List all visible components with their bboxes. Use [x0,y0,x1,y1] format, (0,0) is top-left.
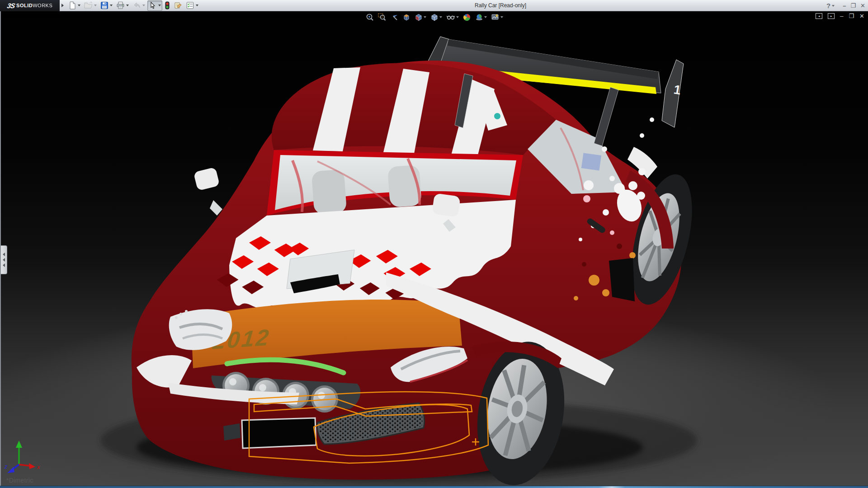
display-style-caret[interactable] [439,16,442,18]
select-button[interactable] [147,0,162,11]
view-orientation-caret[interactable] [424,16,426,18]
zoom-to-fit-icon [366,13,374,21]
file-properties-icon [174,1,182,9]
license-plate [242,418,316,448]
help-icon: ? [826,0,830,11]
previous-view-button[interactable] [390,13,399,22]
help-button[interactable]: ? [826,0,835,11]
view-settings-button[interactable] [491,13,504,22]
main-toolbar [66,0,200,11]
zoom-to-fit-button[interactable] [365,13,374,22]
collapse-right-pane-button[interactable]: ▸ [828,13,835,19]
undo-dropdown-caret[interactable] [142,5,145,6]
doc-minimize-button[interactable]: – [840,13,843,19]
display-style-button[interactable] [430,13,443,22]
zoom-to-area-button[interactable] [377,13,387,22]
view-orientation-button[interactable] [414,13,427,22]
select-cursor-icon [149,1,157,9]
save-dropdown-caret[interactable] [110,5,113,6]
view-orientation-icon [415,13,423,21]
view-settings-icon [491,13,500,21]
edit-appearance-icon [463,13,471,21]
bumper-left-slot [223,423,241,441]
logo-text-works: WORKS [33,3,52,8]
heads-up-view-toolbar [365,13,504,22]
zoom-to-area-icon [378,13,386,21]
triad-z-label: z [4,463,8,470]
solidworks-logo-mark: 3S [6,2,15,9]
feature-pane-collapse-tab[interactable] [1,245,7,274]
rear-deck-dot [494,113,500,119]
graphics-viewport[interactable]: 1 [0,11,868,486]
save-button[interactable] [99,0,114,11]
hide-show-items-button[interactable] [446,13,459,22]
new-document-button[interactable] [67,0,82,11]
menu-flyout-arrow-icon[interactable] [61,4,64,7]
rebuild-traffic-light-icon [165,1,170,9]
new-document-icon [68,1,76,9]
rebuild-button[interactable] [163,0,171,11]
open-button[interactable] [83,0,98,11]
apply-scene-button[interactable] [475,13,487,22]
edit-appearance-button[interactable] [462,13,472,22]
apply-scene-caret[interactable] [484,16,487,18]
pane-arrow-icon [3,263,5,267]
select-dropdown-caret[interactable] [158,5,161,6]
section-view-button[interactable] [402,13,411,22]
doc-restore-button[interactable]: ❐ [849,13,854,19]
triad-x-label: x [37,464,40,470]
minimize-button[interactable]: – [843,0,846,11]
undo-arrow-icon [132,1,141,9]
title-bar: 3S SOLIDWORKS [0,0,868,11]
new-dropdown-caret[interactable] [78,5,80,6]
side-vent [609,258,635,301]
undo-button[interactable] [131,0,146,11]
left-mirror [193,167,222,216]
file-properties-button[interactable] [172,0,184,11]
view-orientation-label: *Dimetric [6,477,33,484]
open-dropdown-caret[interactable] [94,5,97,6]
section-view-icon [402,13,410,21]
apply-scene-icon [475,13,483,21]
hide-show-items-icon [446,13,455,21]
print-dropdown-caret[interactable] [126,5,129,6]
previous-view-icon [390,13,398,21]
window-controls: ? – ❐ ✕ [826,0,865,11]
options-dropdown-caret[interactable] [196,5,198,6]
view-settings-caret[interactable] [500,16,503,18]
doc-close-button[interactable]: ✕ [859,13,864,19]
restore-button[interactable]: ❐ [850,0,856,11]
options-checklist-icon [186,1,194,9]
rally-car-model[interactable]: 1 [1,11,868,486]
solidworks-logo: 3S SOLIDWORKS [0,0,60,11]
solidworks-window: 3S SOLIDWORKS [0,0,868,488]
pane-arrow-icon [3,253,5,256]
logo-text-solid: SOLID [16,3,33,8]
help-dropdown-caret[interactable] [832,5,835,7]
document-window-controls: ◂ ▸ – ❐ ✕ [816,13,864,19]
open-folder-icon [84,1,93,9]
display-style-icon [430,13,439,21]
window-title: Rally Car [Read-only] [475,0,526,11]
pane-arrow-icon [3,258,5,262]
collapse-left-pane-button[interactable]: ◂ [816,13,822,19]
hide-show-items-caret[interactable] [456,16,459,18]
close-button[interactable]: ✕ [860,0,865,11]
solidworks-logo-text: SOLIDWORKS [16,3,52,8]
options-button[interactable] [184,0,200,11]
save-floppy-icon [100,1,108,9]
print-button[interactable] [115,0,130,11]
taskbar-edge [0,486,868,488]
print-icon [116,1,125,9]
